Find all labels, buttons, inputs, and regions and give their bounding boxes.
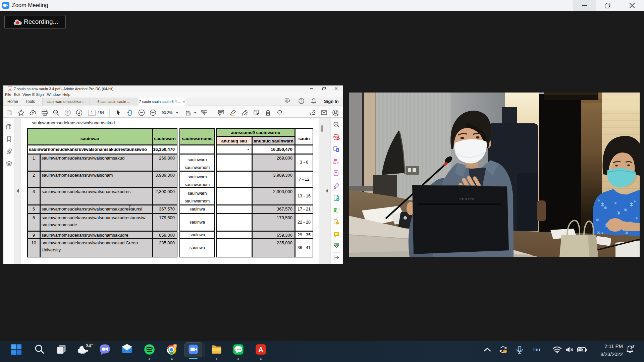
svg-text:A: A xyxy=(9,87,11,90)
svg-text:A: A xyxy=(258,346,263,353)
svg-text:?: ? xyxy=(301,99,303,103)
svg-text:PHILIPS: PHILIPS xyxy=(460,197,475,201)
svg-text:LINE: LINE xyxy=(235,348,241,351)
